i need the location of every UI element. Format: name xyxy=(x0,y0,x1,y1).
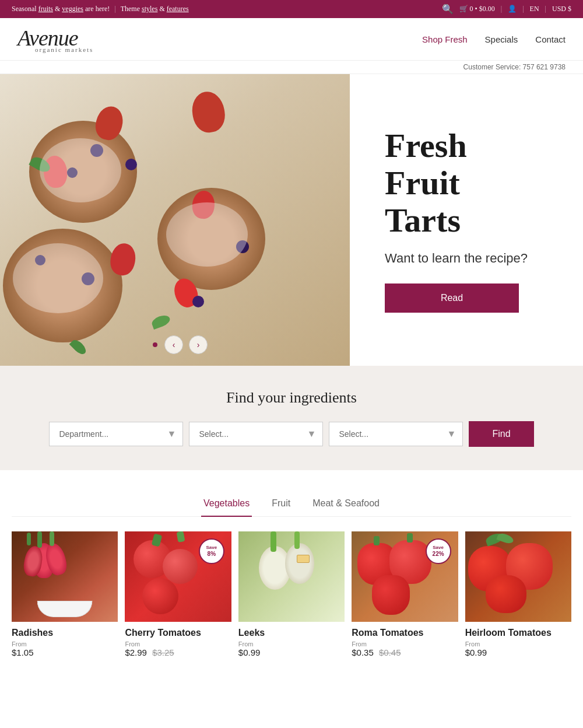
select2-wrapper: Select... ▼ xyxy=(189,422,323,446)
product-card-leeks: Leeks From $0.99 xyxy=(238,531,345,657)
customer-service-text: Customer Service: 757 621 9738 xyxy=(463,63,566,71)
product-name-roma-tomatoes: Roma Tomatoes xyxy=(352,628,458,638)
topbar-divider2: | xyxy=(522,5,524,13)
nav-shop-fresh[interactable]: Shop Fresh xyxy=(422,34,468,44)
select3[interactable]: Select... xyxy=(329,422,463,446)
find-heading: Find your ingredients xyxy=(17,389,566,407)
product-price-leeks: $0.99 xyxy=(238,648,345,657)
find-controls: Department... Vegetables Fruit Meat & Se… xyxy=(17,421,566,447)
product-from-leeks: From xyxy=(238,640,345,648)
original-price-cherry: $3.25 xyxy=(152,648,174,657)
tab-vegetables[interactable]: Vegetables xyxy=(201,494,252,517)
select2[interactable]: Select... xyxy=(189,422,323,446)
topbar-divider3: | xyxy=(545,5,546,13)
theme-text: Theme styles & features xyxy=(121,5,189,13)
products-section: Vegetables Fruit Meat & Seafood xyxy=(0,470,583,669)
department-select[interactable]: Department... Vegetables Fruit Meat & Se… xyxy=(49,422,183,446)
search-icon[interactable]: 🔍 xyxy=(442,4,454,15)
cart-icon[interactable]: 🛒 0 • $0.00 xyxy=(459,5,495,13)
fruits-link[interactable]: fruits xyxy=(38,5,53,13)
product-image-cherry-tomatoes[interactable]: Save 8% xyxy=(125,531,231,622)
language-selector[interactable]: EN xyxy=(530,5,539,13)
department-select-wrapper: Department... Vegetables Fruit Meat & Se… xyxy=(49,422,183,446)
hero-cta-button[interactable]: Read xyxy=(385,284,519,313)
product-price-radishes: $1.05 xyxy=(12,648,118,657)
product-price-heirloom-tomatoes: $0.99 xyxy=(465,648,571,657)
hero-image: ‹ › xyxy=(0,74,350,366)
product-img-placeholder xyxy=(238,531,345,622)
topbar-right: 🔍 🛒 0 • $0.00 | 👤 | EN | USD $ xyxy=(442,4,571,15)
account-icon[interactable]: 👤 xyxy=(508,5,517,13)
product-card-heirloom-tomatoes: Heirloom Tomatoes From $0.99 xyxy=(465,531,571,657)
product-card-cherry-tomatoes: Save 8% Cherry Tomatoes From $2.99 $3.25 xyxy=(125,531,231,657)
product-image-radishes[interactable] xyxy=(12,531,118,622)
tab-meat-seafood[interactable]: Meat & Seafood xyxy=(310,494,382,517)
styles-link[interactable]: styles xyxy=(142,5,157,13)
hero-image-placeholder xyxy=(0,74,350,366)
product-from-heirloom-tomatoes: From xyxy=(465,640,571,648)
product-image-leeks[interactable] xyxy=(238,531,345,622)
product-price-roma-tomatoes: $0.35 $0.45 xyxy=(352,648,458,657)
save-badge-roma: Save 22% xyxy=(426,538,451,564)
carousel-controls: ‹ › xyxy=(152,335,208,354)
nav-specials[interactable]: Specials xyxy=(485,34,518,44)
product-name-cherry-tomatoes: Cherry Tomatoes xyxy=(125,628,231,638)
topbar-divider1: | xyxy=(501,5,502,13)
carousel-next-button[interactable]: › xyxy=(189,335,208,354)
category-tabs: Vegetables Fruit Meat & Seafood xyxy=(12,494,571,517)
product-card-radishes: Radishes From $1.05 xyxy=(12,531,118,657)
hero-title: Fresh FruitTarts xyxy=(385,127,548,239)
product-name-leeks: Leeks xyxy=(238,628,345,638)
veggies-link[interactable]: veggies xyxy=(62,5,83,13)
hero-content: Fresh FruitTarts Want to learn the recip… xyxy=(350,104,583,335)
product-from-radishes: From xyxy=(12,640,118,648)
logo-tagline: organic markets xyxy=(35,46,93,53)
announcement-divider: | xyxy=(114,5,115,13)
nav-contact[interactable]: Contact xyxy=(535,34,566,44)
product-name-heirloom-tomatoes: Heirloom Tomatoes xyxy=(465,628,571,638)
announcement-text: Seasonal fruits & veggies are here! xyxy=(12,5,110,13)
hero-section: ‹ › Fresh FruitTarts Want to learn the r… xyxy=(0,74,583,366)
announcement-left: Seasonal fruits & veggies are here! | Th… xyxy=(12,5,189,13)
customer-service-bar: Customer Service: 757 621 9738 xyxy=(0,61,583,74)
find-button[interactable]: Find xyxy=(469,421,533,447)
currency-selector[interactable]: USD $ xyxy=(552,5,571,13)
carousel-prev-button[interactable]: ‹ xyxy=(164,335,183,354)
announcement-bar: Seasonal fruits & veggies are here! | Th… xyxy=(0,0,583,18)
save-badge-cherry: Save 8% xyxy=(199,538,224,564)
site-logo[interactable]: Avenue organic markets xyxy=(17,25,93,53)
product-name-radishes: Radishes xyxy=(12,628,118,638)
site-header: Avenue organic markets Shop Fresh Specia… xyxy=(0,18,583,61)
product-price-cherry-tomatoes: $2.99 $3.25 xyxy=(125,648,231,657)
find-ingredients-section: Find your ingredients Department... Vege… xyxy=(0,366,583,470)
original-price-roma: $0.45 xyxy=(379,648,401,657)
product-from-cherry-tomatoes: From xyxy=(125,640,231,648)
product-img-placeholder xyxy=(12,531,118,622)
select3-wrapper: Select... ▼ xyxy=(329,422,463,446)
product-from-roma-tomatoes: From xyxy=(352,640,458,648)
product-image-heirloom-tomatoes[interactable] xyxy=(465,531,571,622)
main-nav: Shop Fresh Specials Contact xyxy=(422,34,566,44)
products-grid: Radishes From $1.05 Save 8% Cherry Tomat… xyxy=(12,531,571,657)
product-card-roma-tomatoes: Save 22% Roma Tomatoes From $0.35 $0.45 xyxy=(352,531,458,657)
hero-subtitle: Want to learn the recipe? xyxy=(385,251,548,266)
product-image-roma-tomatoes[interactable]: Save 22% xyxy=(352,531,458,622)
tab-fruit[interactable]: Fruit xyxy=(269,494,293,517)
carousel-dot xyxy=(153,342,157,347)
features-link[interactable]: features xyxy=(167,5,189,13)
product-img-placeholder xyxy=(465,531,571,622)
